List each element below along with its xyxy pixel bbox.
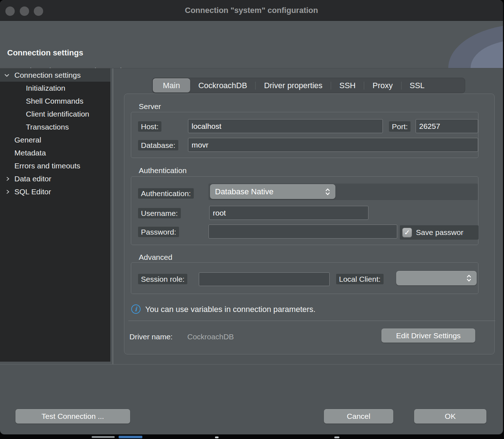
screen: Connection "system" configuration Connec…: [0, 0, 504, 439]
test-connection-button[interactable]: Test Connection ...: [15, 409, 130, 424]
sidebar-item-label: Transactions: [0, 123, 69, 131]
sidebar-item-label: Client identification: [0, 110, 89, 118]
page-title: Connection settings: [7, 48, 83, 58]
sidebar-item-sql-editor[interactable]: SQL Editor: [0, 185, 110, 198]
sidebar-item-shell-commands[interactable]: Shell Commands: [0, 95, 110, 108]
username-label: Username:: [138, 208, 181, 218]
desktop-fragment: [92, 436, 115, 438]
sidebar-item-label: Errors and timeouts: [0, 162, 80, 170]
chevron-down-icon[interactable]: [4, 72, 10, 78]
title-bar: Connection "system" configuration: [0, 0, 503, 21]
authentication-label: Authentication:: [138, 188, 194, 199]
sidebar-item-data-editor[interactable]: Data editor: [0, 172, 110, 185]
username-input[interactable]: [209, 206, 368, 220]
port-label: Port:: [389, 121, 411, 132]
tab-bar: Main CockroachDB Driver properties SSH P…: [152, 78, 465, 93]
info-text: You can use variables in connection para…: [145, 305, 316, 314]
advanced-group-legend: Advanced: [139, 253, 172, 262]
password-input[interactable]: [209, 225, 397, 239]
local-client-label: Local Client:: [336, 274, 384, 284]
driver-name-label: Driver name:: [129, 332, 173, 341]
port-input[interactable]: [416, 119, 478, 133]
sidebar-item-transactions[interactable]: Transactions: [0, 121, 110, 133]
database-input[interactable]: [188, 138, 478, 152]
sidebar-item-label: Shell Commands: [0, 97, 83, 105]
chevron-right-icon[interactable]: [5, 189, 11, 195]
tab-proxy[interactable]: Proxy: [364, 78, 401, 92]
session-role-input[interactable]: [199, 272, 330, 286]
chevron-right-icon[interactable]: [5, 176, 11, 182]
info-icon: i: [131, 304, 141, 314]
sidebar-item-label: Initialization: [0, 84, 65, 92]
driver-divider: [128, 321, 495, 321]
save-password-option: ✓ Save password: [400, 225, 478, 240]
save-password-checkbox[interactable]: ✓: [402, 228, 412, 237]
edit-driver-settings-button[interactable]: Edit Driver Settings: [381, 329, 475, 343]
sidebar-item-connection-settings[interactable]: Connection settings: [0, 68, 110, 82]
host-label: Host:: [138, 121, 161, 132]
sidebar-divider: [113, 68, 113, 364]
authentication-selected-value: Database Native: [215, 187, 325, 196]
window-title: Connection "system" configuration: [0, 0, 503, 21]
desktop-fragment: [215, 436, 219, 438]
host-input[interactable]: [188, 119, 383, 133]
sidebar-item-errors-and-timeouts[interactable]: Errors and timeouts: [0, 159, 110, 172]
authentication-select[interactable]: Database Native: [210, 184, 335, 199]
password-label: Password:: [138, 227, 179, 237]
session-role-label: Session role:: [138, 274, 187, 284]
tab-driver-properties[interactable]: Driver properties: [256, 78, 331, 92]
database-label: Database:: [138, 140, 178, 150]
sidebar-item-label: Metadata: [0, 149, 46, 157]
desktop-fragment: [334, 436, 339, 438]
sidebar-item-general[interactable]: General: [0, 133, 110, 146]
dialog-header: Connection settings CockroachDB connecti…: [0, 21, 503, 68]
settings-tree: Connection settings Initialization Shell…: [0, 68, 110, 362]
tab-main[interactable]: Main: [153, 78, 190, 92]
cancel-button[interactable]: Cancel: [324, 409, 393, 424]
connection-configuration-dialog: Connection "system" configuration Connec…: [0, 0, 503, 434]
driver-name-value: CockroachDB: [187, 332, 234, 341]
authentication-group-legend: Authentication: [139, 166, 187, 175]
server-group-legend: Server: [139, 102, 161, 111]
sidebar-item-label: General: [0, 136, 41, 144]
checkmark-icon: ✓: [404, 228, 410, 237]
local-client-select[interactable]: [396, 271, 477, 285]
updown-chevrons-icon: [466, 274, 472, 282]
footer-divider: [0, 364, 503, 365]
save-password-label: Save password: [416, 228, 464, 237]
sidebar-item-label: Connection settings: [0, 71, 81, 80]
tab-ssl[interactable]: SSL: [402, 78, 433, 92]
updown-chevrons-icon: [325, 187, 330, 196]
sidebar-item-initialization[interactable]: Initialization: [0, 82, 110, 95]
tab-cockroachdb[interactable]: CockroachDB: [190, 78, 256, 92]
ok-button[interactable]: OK: [414, 409, 486, 424]
sidebar-item-client-identification[interactable]: Client identification: [0, 108, 110, 121]
sidebar-item-metadata[interactable]: Metadata: [0, 146, 110, 159]
tab-ssh[interactable]: SSH: [331, 78, 364, 92]
desktop-fragment: [119, 436, 142, 438]
